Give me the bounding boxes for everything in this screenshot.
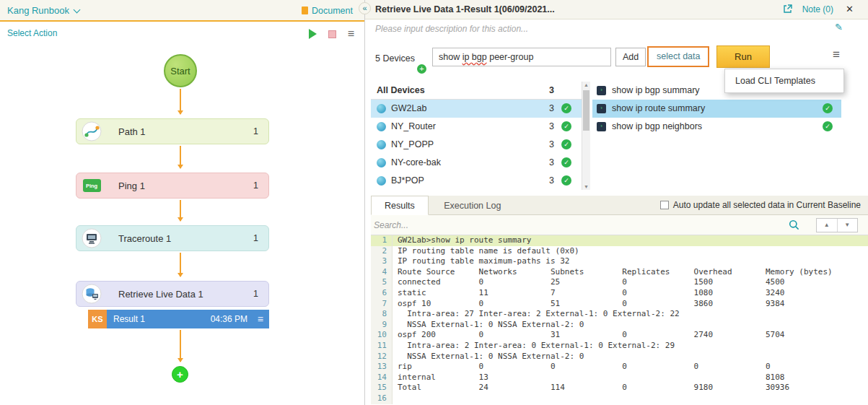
add-device-icon[interactable]: + [417, 64, 426, 74]
tab-execution-log[interactable]: Execution Log [431, 196, 514, 216]
search-next-icon[interactable]: ▼ [837, 219, 858, 232]
code-line: 12 NSSA External-1: 0 NSSA External-2: 0 [371, 352, 868, 362]
check-icon: ✓ [561, 175, 571, 186]
scrollbar-thumb[interactable] [583, 90, 589, 131]
code-line: 3 IP routing table maximum-paths is 32 [371, 256, 868, 267]
line-number: 7 [371, 299, 393, 310]
device-row[interactable]: NY_Router 3 ✓ [371, 118, 590, 136]
device-row[interactable]: BJ*POP 3 ✓ [371, 172, 590, 190]
tab-results[interactable]: Results [371, 196, 429, 215]
node-count: 1 [253, 233, 258, 243]
code-line: 10 ospf 200 0 31 0 2740 5704 [371, 330, 868, 341]
description-placeholder[interactable]: Please input description for this action… [375, 24, 528, 34]
document-label: Document [312, 6, 353, 16]
add-command-button[interactable]: Add [615, 48, 646, 66]
select-data-button[interactable]: select data [647, 46, 709, 67]
line-content: Route Source Networks Subnets Replicates… [393, 267, 868, 278]
devices-count-label[interactable]: 5 Devices [375, 53, 415, 64]
check-icon: ✓ [823, 121, 833, 131]
line-content: Intra-area: 27 Inter-area: 2 External-1:… [393, 309, 868, 320]
check-icon: ✓ [561, 157, 571, 167]
line-number: 4 [371, 267, 393, 278]
code-line: 9 NSSA External-1: 0 NSSA External-2: 0 [371, 320, 868, 331]
device-row[interactable]: GW2Lab 3 ✓ [371, 100, 590, 118]
menu-icon[interactable]: ≡ [348, 28, 354, 40]
flow-node-ping[interactable]: Ping Ping 1 1 [76, 173, 269, 199]
scroll-up-icon[interactable]: ▲ [582, 82, 590, 87]
line-content: static 11 7 0 1080 3240 [393, 288, 868, 299]
flow-arrow [180, 200, 181, 221]
check-icon: ✓ [561, 139, 571, 149]
results-tab-bar: Results Execution Log Auto update all se… [371, 196, 868, 215]
close-icon[interactable]: ✕ [846, 4, 854, 14]
command-text: peer-group [487, 52, 534, 62]
toolbar-dropdown-menu: Load CLI Templates [724, 69, 844, 93]
command-row[interactable]: › show ip route summary ✓ [592, 100, 841, 118]
flow-node-start[interactable]: Start [164, 54, 197, 87]
auto-update-checkbox[interactable] [660, 201, 669, 209]
flow-node-retrieve-live-data[interactable]: Retrieve Live Data 1 1 [76, 281, 269, 307]
terminal-icon: › [597, 104, 606, 113]
flow-node-path[interactable]: Path 1 1 [76, 118, 269, 144]
command-input[interactable]: show ip bgp peer-group [432, 48, 611, 66]
command-label: show ip bgp summary [612, 85, 700, 95]
edit-description-icon[interactable]: ✎ [835, 22, 843, 32]
code-line: 11 Intra-area: 2 Inter-area: 0 External-… [371, 341, 868, 352]
retrieve-live-data-icon [82, 284, 102, 304]
collapse-panel-button[interactable]: « [359, 2, 371, 14]
flow-node-traceroute[interactable]: Traceroute 1 1 [76, 225, 269, 251]
code-line: 8 Intra-area: 27 Inter-area: 2 External-… [371, 309, 868, 320]
note-link[interactable]: Note (0) [802, 4, 833, 14]
device-count: 3 [549, 103, 554, 113]
result-time: 04:36 PM [211, 314, 247, 324]
node-label: Retrieve Live Data 1 [118, 289, 203, 300]
popout-icon[interactable] [783, 4, 792, 16]
check-icon: ✓ [823, 103, 833, 113]
result-menu-icon[interactable]: ≡ [258, 313, 263, 325]
runbook-toolbar: Select Action ≡ [0, 23, 364, 43]
code-line: 4 Route Source Networks Subnets Replicat… [371, 267, 868, 278]
flow-arrow [180, 89, 181, 114]
flow-arrow [180, 330, 181, 362]
devices-list: All Devices 3 GW2Lab 3 ✓ NY_Router 3 ✓ N… [371, 82, 590, 190]
menu-item-load-cli-templates[interactable]: Load CLI Templates [725, 69, 843, 92]
device-icon [377, 104, 386, 113]
device-icon [377, 122, 386, 131]
runbook-title-dropdown[interactable]: Kang Runbook [7, 5, 79, 16]
check-icon: ✓ [561, 121, 571, 131]
toolbar-menu-icon[interactable]: ≡ [833, 48, 840, 62]
line-content: Total 24 114 0 9180 30936 [393, 383, 868, 393]
device-name: BJ*POP [391, 175, 424, 186]
line-number: 1 [371, 235, 393, 246]
code-line: 7 ospf 10 0 51 0 3860 9384 [371, 299, 868, 310]
scroll-down-icon[interactable]: ▼ [582, 184, 590, 189]
flow-arrow [180, 146, 181, 168]
line-number: 5 [371, 277, 393, 288]
command-row[interactable]: › show ip bgp neighbors ✓ [592, 118, 841, 136]
search-input[interactable] [374, 217, 763, 233]
line-number: 9 [371, 320, 393, 331]
devices-scrollbar[interactable]: ▲ ▼ [582, 82, 590, 190]
line-number: 3 [371, 256, 393, 267]
line-content: NSSA External-1: 0 NSSA External-2: 0 [393, 352, 868, 362]
device-row[interactable]: NY-core-bak 3 ✓ [371, 154, 590, 172]
node-count: 1 [253, 180, 258, 191]
select-action-link[interactable]: Select Action [7, 28, 57, 38]
code-line: 16 [371, 393, 868, 404]
flow-arrow [180, 253, 181, 276]
result-label: Result 1 [113, 314, 145, 324]
play-icon[interactable] [309, 29, 317, 39]
document-button[interactable]: Document [302, 6, 353, 16]
runbook-panel: Kang Runbook Document Select Action ≡ St… [0, 0, 364, 405]
result-item[interactable]: KS Result 1 04:36 PM ≡ [88, 310, 269, 328]
start-label: Start [170, 66, 190, 77]
line-content: internal 13 8108 [393, 373, 868, 383]
search-prev-icon[interactable]: ▲ [817, 219, 837, 232]
device-name: NY-core-bak [391, 157, 441, 167]
stop-icon[interactable] [328, 30, 336, 38]
search-icon[interactable] [789, 219, 799, 232]
add-action-button[interactable]: + [172, 366, 188, 383]
line-number: 6 [371, 288, 393, 299]
run-button[interactable]: Run [716, 45, 770, 68]
device-row[interactable]: NY_POPP 3 ✓ [371, 136, 590, 154]
